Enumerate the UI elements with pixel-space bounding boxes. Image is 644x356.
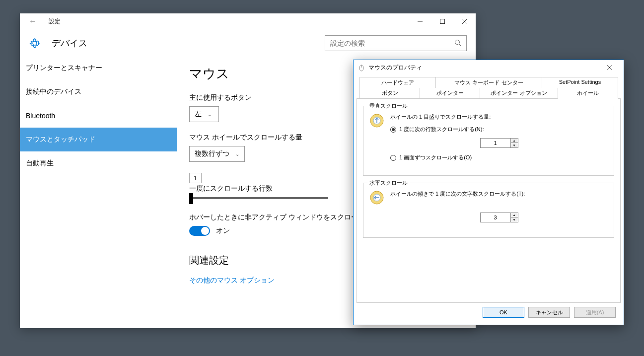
group-title: 水平スクロール (367, 179, 410, 187)
sidebar-item-bluetooth[interactable]: Bluetooth (20, 104, 177, 128)
svg-point-4 (455, 40, 460, 44)
window-title: 設定 (49, 17, 409, 26)
chevron-down-icon: ⌄ (208, 112, 212, 117)
spinner-down[interactable]: ▼ (511, 217, 518, 222)
sidebar-item-connected[interactable]: 接続中のデバイス (20, 80, 177, 104)
tab-content: 垂直スクロール ホイールの 1 目盛りでスクロールする量: 1 度に次の行数スク… (357, 98, 621, 303)
chevron-down-icon: ⌄ (235, 151, 239, 157)
sidebar-item-mouse[interactable]: マウスとタッチパッド (20, 128, 177, 151)
search-icon (454, 39, 461, 48)
slider-tooltip: 1 (189, 173, 202, 183)
sidebar-item-printers[interactable]: プリンターとスキャナー (20, 56, 177, 80)
dialog-title: マウスのプロパティ (368, 64, 600, 72)
spinner-up[interactable]: ▲ (511, 139, 518, 143)
header: デバイス (20, 29, 476, 56)
hover-scroll-toggle[interactable] (189, 226, 210, 236)
tab-pointer-options[interactable]: ポインター オプション (480, 88, 558, 99)
minimize-button[interactable] (409, 13, 431, 29)
spinner-up[interactable]: ▲ (511, 213, 518, 217)
wheel-scroll-dropdown[interactable]: 複数行ずつ ⌄ (189, 146, 245, 162)
lines-spinner[interactable]: ▲▼ (480, 138, 518, 148)
apply-button[interactable]: 適用(A) (574, 307, 616, 318)
dialog-close-button[interactable] (600, 61, 620, 74)
lines-spinner-input[interactable] (481, 139, 510, 147)
svg-line-5 (459, 44, 461, 46)
wheel-icon (369, 113, 384, 128)
tilt-label: ホイールの傾きで 1 度に次の文字数スクロールする(T): (390, 190, 608, 198)
mouse-properties-dialog: マウスのプロパティ ハードウェア マウス キーボード センター SetPoint… (353, 60, 624, 325)
sidebar-item-autoplay[interactable]: 自動再生 (20, 151, 177, 175)
dialog-buttons: OK キャンセル 適用(A) (357, 303, 621, 322)
gear-icon (29, 37, 41, 49)
slider-thumb[interactable] (189, 193, 193, 204)
tab-keyboard-center[interactable]: マウス キーボード センター (435, 77, 542, 88)
titlebar: ← 設定 (20, 13, 476, 29)
dialog-titlebar: マウスのプロパティ (354, 60, 624, 75)
ok-button[interactable]: OK (483, 307, 524, 318)
search-box[interactable] (325, 35, 467, 51)
page-header: デバイス (52, 37, 325, 49)
vertical-scroll-group: 垂直スクロール ホイールの 1 目盛りでスクロールする量: 1 度に次の行数スク… (363, 106, 614, 176)
back-button[interactable]: ← (29, 17, 37, 26)
primary-button-dropdown[interactable]: 左 ⌄ (189, 106, 219, 122)
maximize-button[interactable] (431, 13, 453, 29)
radio-lines[interactable] (390, 127, 396, 133)
radio-screen-label: 1 画面ずつスクロールする(O) (399, 154, 472, 161)
mouse-icon (358, 64, 365, 71)
search-input[interactable] (330, 39, 454, 47)
cancel-button[interactable]: キャンセル (528, 307, 570, 318)
close-button[interactable] (453, 13, 476, 29)
horizontal-scroll-group: 水平スクロール ホイールの傾きで 1 度に次の文字数スクロールする(T): ▲▼ (363, 183, 614, 238)
tab-pointer[interactable]: ポインター (420, 88, 480, 99)
chars-spinner-input[interactable] (481, 213, 510, 222)
tab-hardware[interactable]: ハードウェア (359, 77, 436, 88)
sidebar: プリンターとスキャナー 接続中のデバイス Bluetooth マウスとタッチパッ… (20, 56, 177, 328)
chars-spinner[interactable]: ▲▼ (480, 213, 518, 222)
lines-slider[interactable] (189, 197, 328, 199)
toggle-state-text: オン (216, 226, 230, 235)
svg-rect-1 (440, 19, 444, 24)
tab-setpoint[interactable]: SetPoint Settings (542, 77, 618, 88)
group-title: 垂直スクロール (367, 102, 410, 110)
wheel-notch-label: ホイールの 1 目盛りでスクロールする量: (390, 113, 608, 121)
wheel-icon (369, 190, 384, 205)
radio-lines-label: 1 度に次の行数スクロールする(N): (399, 126, 484, 133)
tab-buttons[interactable]: ボタン (359, 88, 420, 99)
tabs: ハードウェア マウス キーボード センター SetPoint Settings … (357, 75, 621, 99)
radio-screen[interactable] (390, 155, 396, 161)
tab-wheel[interactable]: ホイール (558, 88, 618, 99)
spinner-down[interactable]: ▼ (511, 143, 518, 147)
